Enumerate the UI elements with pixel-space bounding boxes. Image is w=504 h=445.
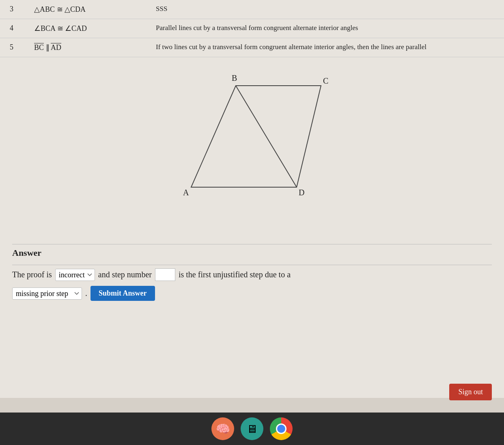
- correctness-dropdown[interactable]: incorrect correct: [55, 269, 95, 281]
- reason-4: Parallel lines cut by a transversal form…: [146, 19, 504, 38]
- diagram-container: B C A D: [0, 69, 504, 224]
- step-number-4: 4: [0, 19, 24, 38]
- brain-icon[interactable]: 🧠: [211, 417, 234, 440]
- table-row-3: 3 △ABC ≅ △CDA SSS: [0, 0, 504, 19]
- bc-overline: BC: [34, 43, 44, 52]
- parallelogram-shape: [191, 86, 321, 187]
- table-row-5: 5 BC ∥ AD If two lines cut by a transver…: [0, 38, 504, 57]
- screen-icon[interactable]: 🖥: [241, 417, 263, 440]
- taskbar: 🧠 🖥: [0, 413, 504, 445]
- sign-out-button[interactable]: Sign out: [449, 384, 492, 400]
- step-number-3: 3: [0, 0, 24, 19]
- statement-3: △ABC ≅ △CDA: [24, 0, 146, 19]
- answer-row-1: The proof is incorrect correct and step …: [12, 268, 492, 281]
- separator: [12, 244, 492, 244]
- missing-step-dropdown[interactable]: missing prior step incorrect reason inco…: [12, 287, 82, 300]
- label-c: C: [323, 76, 328, 85]
- statement-4: ∠BCA ≅ ∠CAD: [24, 19, 146, 38]
- diagonal-bd: [236, 86, 297, 187]
- answer-label: Answer: [12, 248, 492, 258]
- label-a: A: [183, 188, 189, 197]
- statement-5: BC ∥ AD: [24, 38, 146, 57]
- proof-is-text: The proof is: [12, 270, 52, 279]
- reason-5: If two lines cut by a transversal form c…: [146, 38, 504, 57]
- answer-row-2: missing prior step incorrect reason inco…: [12, 286, 492, 301]
- label-d: D: [299, 188, 304, 197]
- main-content: 3 △ABC ≅ △CDA SSS 4 ∠BCA ≅ ∠CAD Parallel…: [0, 0, 504, 398]
- submit-answer-button[interactable]: Submit Answer: [90, 286, 155, 301]
- is-first-text: is the first unjustified step due to a: [179, 270, 291, 279]
- parallelogram-diagram: B C A D: [163, 69, 341, 224]
- step-number-5: 5: [0, 38, 24, 57]
- step-number-input[interactable]: [155, 268, 175, 281]
- label-b: B: [232, 73, 237, 82]
- chrome-icon[interactable]: [270, 417, 293, 440]
- table-row-4: 4 ∠BCA ≅ ∠CAD Parallel lines cut by a tr…: [0, 19, 504, 38]
- answer-section: Answer The proof is incorrect correct an…: [0, 236, 504, 305]
- separator2: [12, 265, 492, 265]
- reason-3: SSS: [146, 0, 504, 19]
- period-text: .: [85, 289, 87, 298]
- and-step-text: and step number: [98, 270, 152, 279]
- proof-table: 3 △ABC ≅ △CDA SSS 4 ∠BCA ≅ ∠CAD Parallel…: [0, 0, 504, 57]
- ad-overline: AD: [51, 43, 61, 52]
